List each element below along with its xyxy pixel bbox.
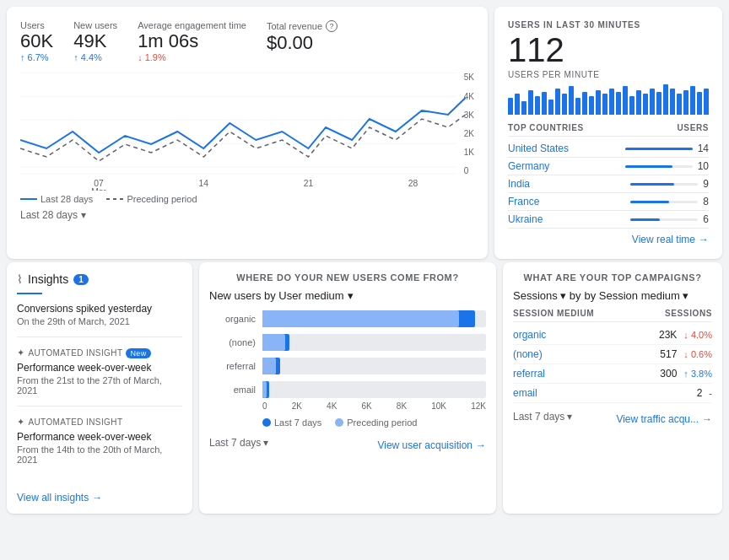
automated-label-2: ✦ AUTOMATED INSIGHT xyxy=(17,417,182,428)
where-bar-row: (none) xyxy=(209,334,486,351)
axis-label: 4K xyxy=(327,401,337,411)
insights-card: ⌇ Insights 1 Conversions spiked yesterda… xyxy=(7,262,192,514)
metric-engagement: Average engagement time 1m 06s ↓ 1.9% xyxy=(138,20,246,62)
session-row: referral 300 ↑ 3.8% xyxy=(513,364,712,384)
chevron-down-icon-where[interactable]: ▾ xyxy=(348,289,354,302)
date-range-button[interactable]: Last 28 days ▾ xyxy=(20,209,86,221)
legend-dashed-line xyxy=(106,198,123,200)
session-medium[interactable]: organic xyxy=(513,329,546,341)
insights-header: ⌇ Insights 1 xyxy=(17,272,182,286)
main-chart-area: 5K 4K 3K 2K 1K 0 07 Ma xyxy=(20,73,474,191)
where-bar-row: referral xyxy=(209,358,486,374)
svg-text:21: 21 xyxy=(304,180,314,189)
realtime-bar xyxy=(670,89,675,116)
where-bar-chart: organic (none) referral email xyxy=(209,310,486,398)
view-user-acquisition-link[interactable]: View user acquisition → xyxy=(377,439,486,451)
realtime-bar xyxy=(521,101,526,115)
realtime-bar xyxy=(629,96,634,116)
session-count: 23K xyxy=(659,329,677,341)
country-bar-row: 8 xyxy=(630,196,709,207)
where-title-row: New users by User medium ▾ xyxy=(209,289,486,302)
bar-bg xyxy=(262,310,486,327)
country-bar-row: 6 xyxy=(630,213,709,225)
session-medium[interactable]: (none) xyxy=(513,348,543,360)
legend-preceding: Preceding period xyxy=(106,194,197,204)
insight-title-2: Performance week-over-week xyxy=(17,431,182,443)
where-x-axis: 02K4K6K8K10K12K xyxy=(209,401,486,411)
insight-sub-0: On the 29th of March, 2021 xyxy=(17,316,182,326)
bar-label: (none) xyxy=(209,337,256,347)
realtime-bar xyxy=(704,89,709,116)
country-name[interactable]: France xyxy=(508,196,539,207)
country-bar-bg xyxy=(630,183,698,186)
sparkle-icon-2: ✦ xyxy=(17,417,24,428)
session-count: 300 xyxy=(660,368,677,380)
metric-new-users-value: 49K xyxy=(73,30,117,52)
view-all-insights-link[interactable]: View all insights → xyxy=(17,485,182,503)
country-bar-fill xyxy=(625,165,673,168)
where-footer: Last 7 days ▾ View user acquisition → xyxy=(209,434,486,451)
where-card: WHERE DO YOUR NEW USERS COME FROM? New u… xyxy=(199,262,496,514)
chevron-down-icon: ▾ xyxy=(560,289,566,302)
chevron-down-icon: ▾ xyxy=(263,437,268,449)
campaigns-card: WHAT ARE YOUR TOP CAMPAIGNS? Sessions ▾ … xyxy=(503,262,722,514)
insight-item-1: ✦ AUTOMATED INSIGHT New Performance week… xyxy=(17,347,182,407)
country-bar-fill xyxy=(630,218,659,221)
sessions-dropdown[interactable]: Sessions ▾ xyxy=(513,289,566,302)
session-row: (none) 517 ↓ 0.6% xyxy=(513,345,712,364)
country-name[interactable]: Ukraine xyxy=(508,213,543,225)
bar-bg xyxy=(262,381,486,398)
session-row: organic 23K ↓ 4.0% xyxy=(513,326,712,345)
metric-new-users: New users 49K ↑ 4.4% xyxy=(73,20,117,62)
svg-text:Mar: Mar xyxy=(91,188,106,191)
bar-fill-light xyxy=(262,381,267,398)
view-traffic-link[interactable]: View traffic acqu... → xyxy=(616,413,712,425)
session-medium[interactable]: email xyxy=(513,387,537,399)
where-bar-row: organic xyxy=(209,310,486,327)
metric-users: Users 60K ↑ 6.7% xyxy=(20,20,53,62)
axis-label: 10K xyxy=(431,401,446,411)
realtime-number: 112 xyxy=(508,33,709,67)
campaigns-date-range-button[interactable]: Last 7 days ▾ xyxy=(513,411,572,423)
realtime-label: USERS IN LAST 30 MINUTES xyxy=(508,20,709,30)
realtime-bar xyxy=(589,96,594,116)
view-realtime-link[interactable]: View real time → xyxy=(508,234,709,245)
country-name[interactable]: United States xyxy=(508,143,569,154)
realtime-bar xyxy=(609,89,614,116)
insights-badge: 1 xyxy=(73,274,89,285)
realtime-bar xyxy=(528,90,533,115)
automated-label-1: ✦ AUTOMATED INSIGHT New xyxy=(17,347,182,358)
where-date-range-button[interactable]: Last 7 days ▾ xyxy=(209,437,268,449)
insight-sub-2: From the 14th to the 20th of March, 2021 xyxy=(17,444,182,465)
session-medium[interactable]: referral xyxy=(513,368,545,380)
insights-divider xyxy=(17,293,42,294)
legend-solid-line xyxy=(20,198,37,200)
metric-engagement-change: ↓ 1.9% xyxy=(138,52,246,62)
country-bar-bg xyxy=(630,201,698,203)
revenue-info-icon[interactable]: ? xyxy=(326,20,338,32)
country-users: 8 xyxy=(703,196,709,207)
axis-label: 8K xyxy=(397,401,407,411)
metric-users-value: 60K xyxy=(20,30,53,52)
metric-engagement-value: 1m 06s xyxy=(138,30,246,52)
metric-revenue: Total revenue ? $0.00 xyxy=(267,20,338,62)
realtime-bar xyxy=(508,98,513,115)
metrics-row: Users 60K ↑ 6.7% New users 49K ↑ 4.4% Av… xyxy=(20,20,474,62)
insights-title: Insights xyxy=(28,272,68,286)
session-medium-dropdown[interactable]: by Session medium ▾ xyxy=(584,289,688,302)
country-name[interactable]: India xyxy=(508,178,530,190)
bar-label: referral xyxy=(209,361,256,371)
sessions-table-header: SESSION MEDIUM SESSIONS xyxy=(513,309,712,322)
realtime-country-row: Germany 10 xyxy=(508,158,709,175)
axis-label: 6K xyxy=(361,401,371,411)
country-bar-bg xyxy=(625,165,693,168)
session-count: 2 xyxy=(697,387,703,399)
metric-revenue-label: Total revenue ? xyxy=(267,20,338,32)
country-name[interactable]: Germany xyxy=(508,160,549,172)
realtime-bar xyxy=(656,92,662,115)
country-users: 10 xyxy=(698,160,709,172)
where-legend: Last 7 days Preceding period xyxy=(209,417,486,428)
realtime-bar xyxy=(555,89,560,116)
bar-fill-light xyxy=(262,310,459,327)
realtime-bar xyxy=(690,86,695,115)
